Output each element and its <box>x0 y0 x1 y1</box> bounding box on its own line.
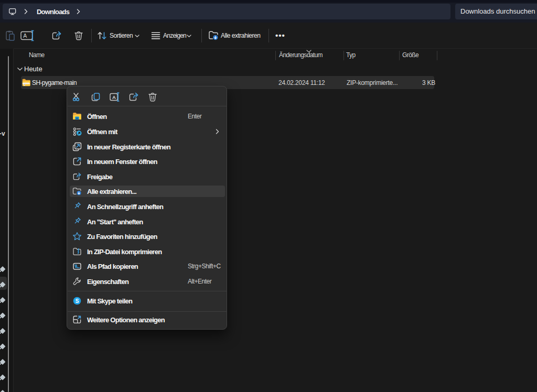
svg-text:A: A <box>23 32 27 39</box>
svg-text:S: S <box>75 298 79 303</box>
svg-text:A: A <box>112 94 116 100</box>
